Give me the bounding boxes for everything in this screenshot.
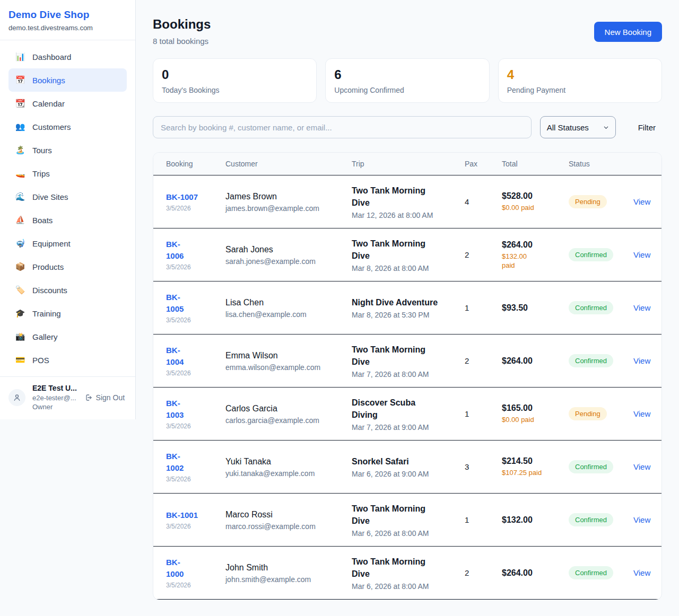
paid-amount: $132.00paid bbox=[502, 252, 562, 270]
brand-name: Demo Dive Shop bbox=[8, 9, 127, 21]
total-cell: $214.50 $107.25 paid bbox=[502, 456, 569, 477]
booking-id-link[interactable]: BK-1003 bbox=[166, 398, 219, 421]
sidebar-item-label: Discounts bbox=[32, 286, 67, 295]
sidebar-item[interactable]: 🎓 Training bbox=[8, 302, 127, 325]
total-amount: $132.00 bbox=[502, 515, 562, 525]
status-cell: Confirmed bbox=[569, 301, 633, 314]
total-cell: $165.00 $0.00 paid bbox=[502, 403, 569, 424]
view-link[interactable]: View bbox=[633, 303, 650, 312]
table-row: BK-1006 3/5/2026 Sarah Jones sarah.jones… bbox=[153, 228, 661, 281]
total-cell: $528.00 $0.00 paid bbox=[502, 191, 569, 212]
view-link[interactable]: View bbox=[633, 409, 650, 418]
booking-cell: BK-1002 3/5/2026 bbox=[166, 451, 225, 483]
table-row: BK-1004 3/5/2026 Emma Wilson emma.wilson… bbox=[153, 335, 661, 388]
sidebar-item-label: Trips bbox=[32, 169, 50, 178]
trip-datetime: Mar 6, 2026 at 8:00 AM bbox=[352, 582, 458, 591]
status-cell: Confirmed bbox=[569, 248, 633, 261]
booking-id-link[interactable]: BK-1002 bbox=[166, 451, 219, 474]
customer-cell: Emma Wilson emma.wilson@example.com bbox=[225, 350, 352, 372]
user-icon bbox=[12, 393, 22, 402]
booking-date: 3/5/2026 bbox=[166, 523, 219, 530]
trip-datetime: Mar 6, 2026 at 9:00 AM bbox=[352, 470, 458, 478]
booking-id-link[interactable]: BK-1005 bbox=[166, 292, 219, 315]
trip-cell: Two Tank MorningDive Mar 8, 2026 at 8:00… bbox=[352, 237, 465, 272]
customer-email: lisa.chen@example.com bbox=[225, 310, 345, 319]
sidebar-item-label: Training bbox=[32, 309, 61, 318]
trip-cell: Two Tank MorningDive Mar 12, 2026 at 8:0… bbox=[352, 184, 465, 219]
sidebar-item[interactable]: ⛵ Boats bbox=[8, 208, 127, 232]
status-select[interactable]: All Statuses bbox=[540, 116, 616, 138]
booking-date: 3/5/2026 bbox=[166, 316, 219, 324]
stat-value: 4 bbox=[507, 67, 653, 83]
booking-cell: BK-1001 3/5/2026 bbox=[166, 509, 225, 530]
total-cell: $264.00 bbox=[502, 568, 569, 578]
sidebar-item[interactable]: 📊 Dashboard bbox=[8, 45, 127, 68]
customer-email: yuki.tanaka@example.com bbox=[225, 469, 345, 478]
view-link[interactable]: View bbox=[633, 568, 650, 577]
sidebar-item[interactable]: 🌊 Dive Sites bbox=[8, 185, 127, 208]
sidebar-item[interactable]: 💳 POS bbox=[8, 348, 127, 372]
booking-id-link[interactable]: BK-1004 bbox=[166, 345, 219, 368]
trip-name: Two Tank MorningDive bbox=[352, 503, 458, 527]
booking-cell: BK-1004 3/5/2026 bbox=[166, 345, 225, 377]
trip-cell: Discover ScubaDiving Mar 7, 2026 at 9:00… bbox=[352, 397, 465, 432]
status-badge: Confirmed bbox=[569, 354, 613, 367]
user-info: E2E Test U... e2e-tester@... Sign Out Ow… bbox=[32, 384, 127, 411]
booking-id-link[interactable]: BK-1007 bbox=[166, 191, 219, 203]
new-booking-button[interactable]: New Booking bbox=[594, 22, 662, 42]
total-amount: $214.50 bbox=[502, 456, 562, 466]
trip-cell: Snorkel Safari Mar 6, 2026 at 9:00 AM bbox=[352, 455, 465, 478]
table-column-header: Status bbox=[569, 153, 633, 175]
total-cell: $132.00 bbox=[502, 515, 569, 525]
booking-id-link[interactable]: BK-1001 bbox=[166, 509, 219, 521]
booking-id-link[interactable]: BK-1006 bbox=[166, 239, 219, 262]
view-link[interactable]: View bbox=[633, 462, 650, 471]
filter-button[interactable]: Filter bbox=[632, 123, 662, 132]
sidebar-item-label: Tours bbox=[32, 146, 52, 155]
page-title: Bookings bbox=[153, 17, 211, 32]
paid-amount: $0.00 paid bbox=[502, 203, 562, 212]
status-badge: Confirmed bbox=[569, 513, 613, 526]
status-select-value: All Statuses bbox=[547, 123, 589, 132]
user-name: E2E Test U... bbox=[32, 384, 127, 392]
customer-name: Marco Rossi bbox=[225, 509, 345, 521]
view-link[interactable]: View bbox=[633, 356, 650, 365]
total-cell: $264.00 bbox=[502, 356, 569, 366]
sidebar-item[interactable]: 👥 Customers bbox=[8, 115, 127, 138]
user-role: Owner bbox=[32, 403, 127, 411]
trip-name: Two Tank MorningDive bbox=[352, 344, 458, 368]
sidebar-item[interactable]: 📅 Bookings bbox=[8, 68, 127, 92]
tours-icon: 🏝️ bbox=[15, 145, 25, 155]
booking-cell: BK-1007 3/5/2026 bbox=[166, 191, 225, 212]
sidebar-item[interactable]: 🏷️ Discounts bbox=[8, 278, 127, 302]
sidebar-item[interactable]: 📆 Calendar bbox=[8, 92, 127, 115]
sidebar-item[interactable]: 📸 Gallery bbox=[8, 325, 127, 348]
customer-cell: Yuki Tanaka yuki.tanaka@example.com bbox=[225, 456, 352, 478]
customer-email: sarah.jones@example.com bbox=[225, 257, 345, 266]
status-badge: Confirmed bbox=[569, 248, 613, 261]
sidebar-item[interactable]: 🤿 Equipment bbox=[8, 232, 127, 255]
total-cell: $93.50 bbox=[502, 303, 569, 313]
sign-out-button[interactable]: Sign Out bbox=[84, 393, 125, 402]
booking-id-link[interactable]: BK-1000 bbox=[166, 557, 219, 580]
paid-amount: $0.00 paid bbox=[502, 415, 562, 424]
sidebar-item[interactable]: 🏝️ Tours bbox=[8, 138, 127, 162]
trip-datetime: Mar 8, 2026 at 8:00 AM bbox=[352, 264, 458, 272]
pax-value: 2 bbox=[465, 568, 502, 577]
search-input[interactable] bbox=[153, 116, 532, 138]
trip-name: Discover ScubaDiving bbox=[352, 397, 458, 421]
sidebar-item-label: Products bbox=[32, 262, 64, 271]
view-link[interactable]: View bbox=[633, 197, 650, 206]
pax-value: 1 bbox=[465, 515, 502, 524]
sidebar-item[interactable]: 🚤 Trips bbox=[8, 162, 127, 185]
customer-cell: Sarah Jones sarah.jones@example.com bbox=[225, 244, 352, 266]
sidebar-item[interactable]: 📦 Products bbox=[8, 255, 127, 278]
customer-email: james.brown@example.com bbox=[225, 204, 345, 213]
bookings-icon: 📅 bbox=[15, 75, 25, 85]
view-link[interactable]: View bbox=[633, 515, 650, 524]
trip-datetime: Mar 8, 2026 at 5:30 PM bbox=[352, 311, 458, 319]
view-link[interactable]: View bbox=[633, 250, 650, 259]
booking-cell: BK-1000 3/5/2026 bbox=[166, 557, 225, 589]
status-badge: Pending bbox=[569, 407, 607, 420]
booking-date: 3/5/2026 bbox=[166, 263, 219, 271]
